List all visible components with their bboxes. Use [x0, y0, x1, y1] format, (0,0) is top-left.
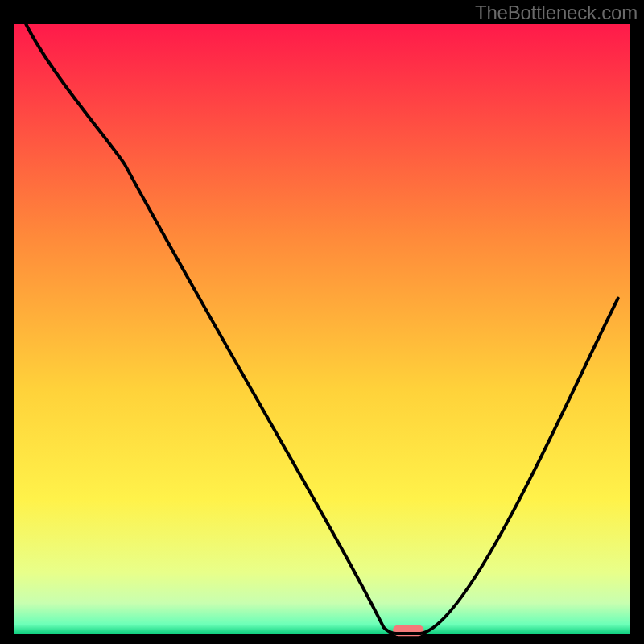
plot-area — [14, 24, 630, 636]
bottleneck-chart — [0, 0, 644, 644]
plot-background-gradient — [14, 24, 630, 634]
watermark-text: TheBottleneck.com — [475, 2, 638, 24]
chart-container: TheBottleneck.com — [0, 0, 644, 644]
